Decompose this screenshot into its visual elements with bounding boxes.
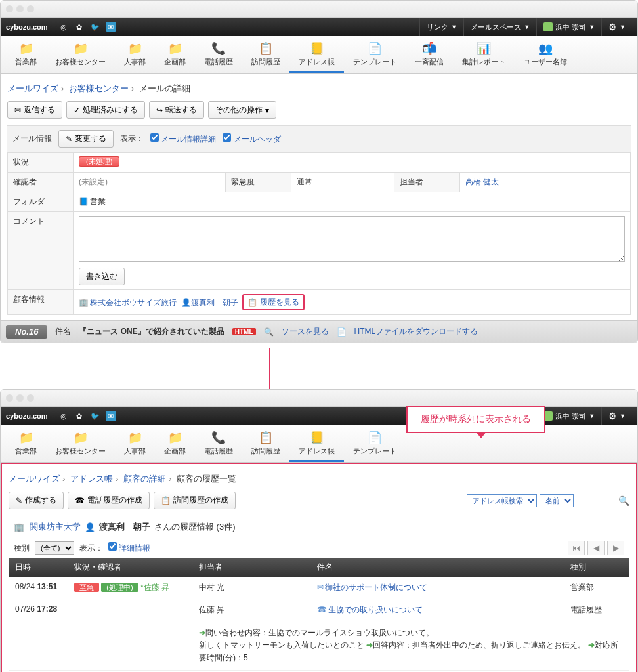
mail-icon[interactable]: ✉: [106, 411, 116, 421]
first-page-button[interactable]: ⏮: [568, 541, 585, 555]
nav-hr[interactable]: 📁人事部: [115, 39, 155, 73]
person-icon: 👤: [85, 522, 95, 532]
nav-customer-center[interactable]: 📁お客様センター: [46, 428, 115, 462]
app-icon[interactable]: ◎: [58, 411, 69, 421]
nav-visit-history[interactable]: 📋訪問履歴: [242, 428, 289, 462]
create-button[interactable]: ✎作成する: [9, 492, 64, 509]
type-label: 種別: [14, 543, 30, 554]
bird-icon[interactable]: 🐦: [90, 22, 100, 32]
search-scope-select[interactable]: アドレス帳検索: [467, 494, 537, 507]
nav-customer-center[interactable]: 📁お客様センター: [46, 39, 115, 73]
traffic-min-icon[interactable]: [16, 394, 24, 402]
nav-visit-history[interactable]: 📋訪問履歴: [242, 39, 289, 73]
comment-input[interactable]: [79, 216, 625, 262]
confirmer-label: 確認者: [8, 173, 74, 192]
nav-hr[interactable]: 📁人事部: [115, 428, 155, 462]
customer-label: 顧客情報: [8, 290, 74, 315]
reply-button[interactable]: ✉返信する: [7, 101, 62, 119]
nav-template[interactable]: 📄テンプレート: [344, 39, 406, 73]
brand: cybozu.com: [6, 23, 48, 31]
nav-address-book[interactable]: 📒アドレス帳: [289, 39, 344, 73]
confirmer-name: *佐藤 昇: [140, 583, 169, 592]
mail-info-title: メール情報: [12, 133, 52, 144]
show-detail-check[interactable]: 詳細情報: [108, 542, 150, 554]
history-icon: 📋: [247, 298, 257, 307]
traffic-close-icon[interactable]: [6, 394, 13, 402]
customer-person-link[interactable]: 渡真利 朝子: [191, 298, 238, 307]
nav-sales[interactable]: 📁営業部: [6, 39, 46, 73]
app-icon[interactable]: ◎: [58, 22, 69, 32]
create-visit-button[interactable]: 📋訪問履歴の作成: [154, 492, 236, 509]
bc-root[interactable]: メールワイズ: [7, 83, 58, 93]
folder-icon: 📘: [79, 197, 89, 206]
nav-phone-history[interactable]: 📞電話履歴: [195, 428, 242, 462]
nav-phone-history[interactable]: 📞電話履歴: [195, 39, 242, 73]
settings-icon[interactable]: ✿: [74, 411, 85, 421]
search-by-select[interactable]: 名前: [540, 494, 574, 507]
traffic-min-icon[interactable]: [16, 5, 24, 12]
other-actions-button[interactable]: その他の操作▾: [208, 101, 276, 119]
subject-link[interactable]: 御社のサポート体制について: [325, 583, 427, 592]
subject-link[interactable]: 生協での取り扱いについて: [328, 605, 423, 614]
nav-address-book[interactable]: 📒アドレス帳: [289, 428, 344, 462]
show-header-check[interactable]: メールヘッダ: [223, 133, 280, 145]
next-page-button[interactable]: ▶: [607, 541, 624, 555]
folder-icon: 📁: [166, 41, 184, 56]
source-icon: 🔍: [264, 327, 274, 337]
mail-number: No.16: [6, 325, 47, 339]
write-button[interactable]: 書き込む: [79, 268, 125, 285]
link-menu[interactable]: リンク▼: [419, 18, 463, 36]
company-icon: 🏢: [14, 522, 24, 532]
nav-users[interactable]: 👥ユーザー名簿: [515, 39, 576, 73]
bc-current: メールの詳細: [139, 83, 190, 93]
bird-icon[interactable]: 🐦: [90, 411, 100, 421]
mail-icon[interactable]: ✉: [106, 22, 116, 32]
col-assignee: 担当者: [192, 558, 310, 577]
download-html-link[interactable]: HTMLファイルをダウンロードする: [354, 326, 478, 337]
user-menu[interactable]: 浜中 崇司▼: [536, 18, 601, 36]
nav-bulk[interactable]: 📬一斉配信: [406, 39, 453, 73]
customer-company-link[interactable]: 株式会社ボウサイズ旅行: [90, 298, 177, 307]
prev-page-button[interactable]: ◀: [587, 541, 605, 555]
settings-icon[interactable]: ✿: [74, 22, 85, 32]
type-select[interactable]: (全て): [35, 541, 74, 555]
brand: cybozu.com: [6, 412, 48, 420]
heading-suffix: さんの履歴情報 (3件): [154, 521, 236, 533]
change-button[interactable]: ✎変更する: [58, 130, 114, 148]
processing-badge: (処理中): [101, 583, 138, 592]
urgency-value: 通常: [291, 173, 394, 192]
nav-sales[interactable]: 📁営業部: [6, 428, 46, 462]
bc-root[interactable]: メールワイズ: [9, 474, 60, 484]
phone-icon: 📞: [209, 41, 228, 56]
user-menu[interactable]: 浜中 崇司▼: [536, 407, 601, 425]
nav-planning[interactable]: 📁企画部: [155, 428, 195, 462]
gear-icon[interactable]: ⚙▼: [601, 407, 632, 425]
comment-label: コメント: [8, 212, 74, 290]
traffic-max-icon[interactable]: [27, 394, 34, 402]
folder-icon: 📁: [17, 430, 35, 445]
gear-icon[interactable]: ⚙▼: [601, 18, 632, 36]
mailspace-menu[interactable]: メールスペース▼: [463, 18, 536, 36]
table-row: 08/24 13:51 至急 (処理中) *佐藤 昇 中村 光一 ✉御社のサポー…: [9, 577, 629, 599]
assignee-link[interactable]: 高橋 健太: [465, 177, 499, 186]
mark-done-button[interactable]: ✓処理済みにする: [66, 101, 145, 119]
nav-report[interactable]: 📊集計レポート: [453, 39, 515, 73]
view-history-link[interactable]: 履歴を見る: [260, 297, 299, 308]
visit-icon: 📋: [257, 41, 275, 56]
create-phone-button[interactable]: ☎電話履歴の作成: [68, 492, 150, 509]
bc-address[interactable]: アドレス帳: [70, 474, 113, 484]
forward-button[interactable]: ↪転送する: [149, 101, 204, 119]
nav-template[interactable]: 📄テンプレート: [344, 428, 406, 462]
search-icon[interactable]: 🔍: [618, 495, 629, 506]
traffic-close-icon[interactable]: [6, 5, 13, 12]
bc-customer[interactable]: 顧客の詳細: [123, 474, 166, 484]
nav-planning[interactable]: 📁企画部: [155, 39, 195, 73]
history-table: 日時 状況・確認者 担当者 件名 種別 08/24 13:51 至急 (処理中)…: [9, 558, 629, 672]
traffic-max-icon[interactable]: [27, 5, 34, 12]
subject-label: 件名: [55, 326, 71, 337]
annotation-callout: 履歴が時系列に表示される: [406, 406, 545, 433]
org-link[interactable]: 関東坊主大学: [30, 521, 81, 533]
bc-space[interactable]: お客様センター: [69, 83, 129, 93]
view-source-link[interactable]: ソースを見る: [282, 326, 329, 337]
show-detail-check[interactable]: メール情報詳細: [150, 133, 216, 145]
